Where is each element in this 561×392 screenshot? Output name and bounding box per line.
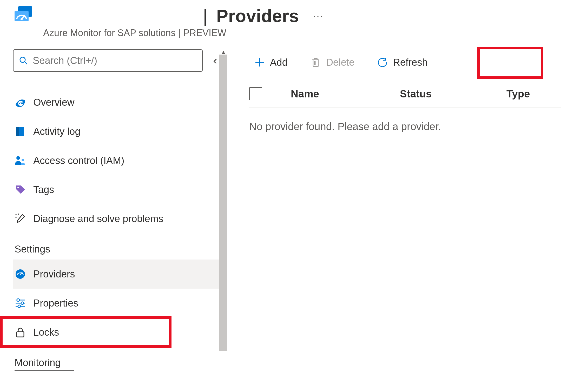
sidebar-section-monitoring: Monitoring	[15, 357, 74, 371]
svg-point-21	[18, 305, 21, 308]
svg-point-11	[22, 159, 24, 161]
search-input[interactable]	[33, 55, 197, 66]
sidebar-item-label: Overview	[33, 97, 74, 108]
sidebar-item-label: Activity log	[33, 126, 81, 137]
svg-point-10	[16, 156, 20, 160]
column-name[interactable]: Name	[291, 88, 400, 100]
delete-label: Delete	[326, 57, 355, 68]
svg-line-5	[25, 62, 27, 64]
refresh-icon	[377, 57, 388, 68]
properties-icon	[15, 297, 26, 309]
sidebar-scrollbar[interactable]: ▲	[219, 49, 227, 392]
plus-icon	[254, 57, 265, 68]
svg-point-12	[17, 187, 19, 188]
page-header: | Providers ··· Azure Monitor for SAP so…	[0, 0, 561, 38]
sidebar: ‹‹ Overview Activity log	[0, 49, 227, 392]
svg-rect-9	[16, 127, 19, 136]
svg-point-13	[17, 221, 18, 222]
collapse-sidebar-button[interactable]: ‹‹	[213, 54, 214, 67]
diagnose-icon	[15, 213, 26, 224]
page-subtitle: Azure Monitor for SAP solutions | PREVIE…	[43, 28, 323, 38]
sidebar-item-providers[interactable]: Providers	[13, 260, 227, 289]
refresh-button[interactable]: Refresh	[372, 54, 433, 71]
select-all-checkbox[interactable]	[249, 87, 262, 100]
table-header: Name Status Type	[249, 87, 561, 108]
sidebar-item-label: Providers	[33, 269, 75, 280]
svg-point-19	[21, 302, 24, 304]
svg-point-17	[17, 299, 19, 301]
add-label: Add	[270, 57, 288, 68]
providers-icon	[15, 268, 26, 280]
column-type[interactable]: Type	[506, 88, 530, 100]
overview-icon	[15, 97, 26, 108]
sidebar-item-properties[interactable]: Properties	[13, 289, 227, 318]
delete-button: Delete	[305, 54, 360, 71]
main-content: Add Delete Refresh Name S	[227, 49, 561, 392]
sidebar-item-diagnose[interactable]: Diagnose and solve problems	[13, 204, 227, 233]
resource-icon	[13, 5, 35, 25]
sidebar-item-tags[interactable]: Tags	[13, 175, 227, 204]
sidebar-item-overview[interactable]: Overview	[13, 88, 227, 117]
sidebar-item-label: Tags	[33, 184, 54, 195]
tags-icon	[15, 184, 26, 195]
trash-icon	[311, 57, 321, 68]
add-button[interactable]: Add	[249, 54, 293, 71]
svg-point-4	[20, 57, 25, 62]
scrollbar-thumb[interactable]	[219, 55, 227, 351]
sidebar-item-label: Access control (IAM)	[33, 155, 124, 166]
title-separator: |	[203, 6, 208, 26]
search-icon	[19, 56, 28, 65]
access-control-icon	[15, 155, 26, 166]
page-title: Providers	[216, 6, 299, 26]
activity-log-icon	[15, 126, 26, 137]
sidebar-item-label: Diagnose and solve problems	[33, 213, 163, 224]
empty-state-message: No provider found. Please add a provider…	[249, 121, 561, 132]
search-input-container[interactable]	[13, 49, 203, 72]
refresh-label: Refresh	[393, 57, 427, 68]
sidebar-item-activity-log[interactable]: Activity log	[13, 117, 227, 146]
more-button[interactable]: ···	[313, 10, 323, 22]
sidebar-item-label: Properties	[33, 298, 78, 309]
highlight-add-button	[477, 47, 543, 79]
highlight-providers	[0, 316, 171, 348]
sidebar-section-settings: Settings	[15, 244, 227, 255]
sidebar-item-access-control[interactable]: Access control (IAM)	[13, 146, 227, 175]
column-status[interactable]: Status	[400, 88, 506, 100]
